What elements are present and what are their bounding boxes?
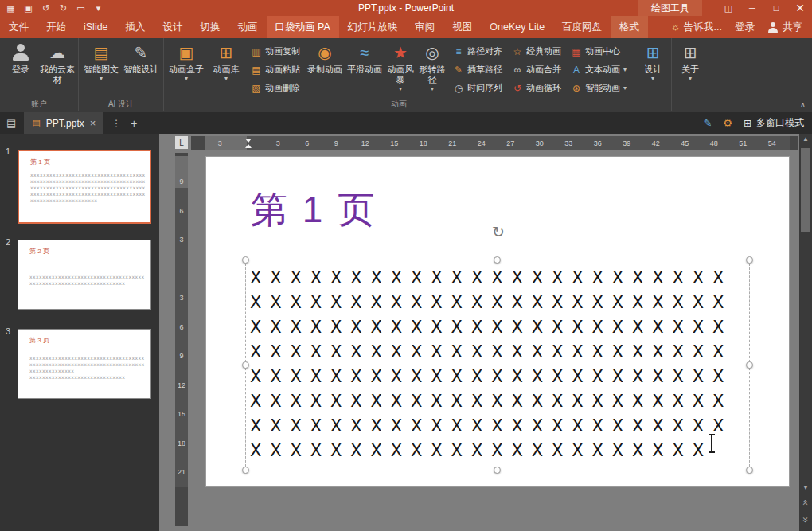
thumbnail-text-line: xxxxxxxxxxxxxxxxxxxxx: [30, 197, 145, 204]
maximize-button[interactable]: □: [764, 0, 788, 16]
animation-library-button[interactable]: ⊞ 动画库 ▾: [206, 40, 246, 82]
body-text-line: X X X X X X X X X X X X X X X X X X X X …: [250, 365, 726, 389]
tab-animations[interactable]: 动画: [229, 16, 267, 38]
close-button[interactable]: ✕: [788, 0, 812, 16]
resize-handle[interactable]: [242, 361, 249, 369]
delete-animation-button[interactable]: ▧ 动画删除: [248, 80, 303, 96]
tab-review[interactable]: 审阅: [406, 16, 443, 38]
merge-animation-button[interactable]: ∞ 动画合并: [509, 62, 564, 77]
thumbnail-title: 第 1 页: [30, 158, 50, 166]
resize-handle[interactable]: [746, 361, 753, 369]
resize-handle[interactable]: [242, 256, 249, 264]
paste-animation-icon: ▤: [251, 64, 262, 76]
tab-slideshow[interactable]: 幻灯片放映: [339, 16, 407, 38]
group-account: 登录 ☁ 我的云素材 账户: [0, 38, 79, 111]
resize-handle[interactable]: [746, 467, 753, 474]
sketch-path-button[interactable]: ✎ 插草路径: [450, 62, 506, 77]
delete-animation-label: 动画删除: [265, 82, 300, 94]
scroll-up-icon[interactable]: ▲: [799, 135, 812, 143]
slide-number: 3: [6, 326, 10, 336]
next-slide-button[interactable]: »: [799, 512, 812, 526]
selected-text-box[interactable]: X X X X X X X X X X X X X X X X X X X X …: [245, 260, 750, 470]
smart-text-button[interactable]: ▤ 智能图文 ▾: [81, 40, 121, 82]
share-button[interactable]: 共享: [767, 21, 802, 34]
ribbon-display-options-icon[interactable]: ◫: [716, 0, 740, 16]
dropdown-caret: ▾: [651, 75, 654, 82]
pages-icon[interactable]: ▤: [6, 117, 16, 129]
about-icon: ⊞: [684, 42, 697, 63]
ruler-number: 18: [175, 429, 188, 459]
cloud-materials-button[interactable]: ☁ 我的云素材: [39, 40, 76, 85]
slide-number: 1: [6, 146, 10, 156]
new-tab-icon[interactable]: +: [131, 117, 137, 130]
design-button[interactable]: ⊞ 设计 ▾: [637, 40, 669, 82]
ruler-number: 15: [380, 136, 409, 150]
ruler-origin-marker[interactable]: [245, 139, 252, 148]
previous-slide-button[interactable]: «: [799, 494, 812, 509]
tab-baidu-netdisk[interactable]: 百度网盘: [553, 16, 611, 38]
person-icon: [12, 44, 29, 61]
body-text-line: X X X X X X X X X X X X X X X X X X X X …: [250, 389, 726, 414]
slide-thumbnail-1[interactable]: 第 1 页 xxxxxxxxxxxxxxxxxxxxxxxxxxxxxxxxxx…: [18, 150, 151, 224]
close-tab-icon[interactable]: ×: [90, 117, 96, 129]
resize-handle[interactable]: [494, 467, 501, 474]
record-animation-button[interactable]: ◉ 录制动画: [305, 40, 345, 75]
tab-stop-selector[interactable]: L: [175, 136, 188, 149]
resize-handle[interactable]: [242, 467, 249, 474]
sign-in-button[interactable]: 登录: [735, 21, 755, 34]
body-text-line: X X X X X X X X X X X X X X X X X X X X …: [250, 315, 726, 340]
tab-transitions[interactable]: 切换: [192, 16, 229, 38]
smooth-animation-button[interactable]: ≈ 平滑动画: [345, 40, 385, 75]
login-button[interactable]: 登录: [2, 40, 39, 75]
tab-pocket-animation[interactable]: 口袋动画 PA: [267, 16, 339, 38]
cloud-materials-label: 我的云素材: [40, 64, 75, 85]
multi-window-mode-button[interactable]: ⊞ 多窗口模式: [744, 116, 804, 130]
loop-animation-button[interactable]: ↺ 动画循环: [509, 80, 564, 96]
slide-thumbnail-2[interactable]: 第 2 页 xxxxxxxxxxxxxxxxxxxxxxxxxxxxxxxxxx…: [18, 240, 151, 310]
body-text-line: X X X X X X X X X X X X X X X X X X X X …: [250, 340, 726, 365]
tab-file[interactable]: 文件: [0, 16, 37, 38]
resize-handle[interactable]: [746, 256, 753, 264]
resize-handle[interactable]: [494, 256, 501, 264]
paste-animation-button[interactable]: ▤ 动画粘贴: [248, 62, 303, 77]
copy-animation-button[interactable]: ▥ 动画复制: [248, 44, 303, 59]
smart-design-button[interactable]: ✎ 智能设计: [121, 40, 161, 75]
tab-home[interactable]: 开始: [37, 16, 75, 38]
slide-thumbnail-3[interactable]: 第 3 页 xxxxxxxxxxxxxxxxxxxxxxxxxxxxxxxxxx…: [18, 329, 151, 399]
time-sequence-button[interactable]: ◷ 时间序列: [450, 80, 506, 96]
path-align-button[interactable]: ≡ 路径对齐: [450, 44, 506, 59]
skin-icon[interactable]: ✎: [703, 117, 712, 129]
slide-title[interactable]: 第 1 页: [251, 187, 377, 232]
animation-center-button[interactable]: ▦ 动画中心: [568, 44, 630, 59]
minimize-button[interactable]: ─: [740, 0, 764, 16]
gear-icon[interactable]: ⚙: [723, 117, 732, 129]
about-button[interactable]: ⊞ 关于 ▾: [674, 40, 706, 82]
animation-box-button[interactable]: ▣ 动画盒子 ▾: [166, 40, 206, 82]
rotate-handle-icon[interactable]: ↻: [490, 224, 507, 241]
tab-view[interactable]: 视图: [443, 16, 481, 38]
dropdown-caret: ▾: [224, 75, 228, 82]
animation-storm-button[interactable]: ★ 动画风暴 ▾: [385, 40, 416, 92]
tab-format[interactable]: 格式: [611, 16, 648, 38]
ruler-number: 9: [175, 342, 188, 371]
tab-onekey-lite[interactable]: OneKey Lite: [481, 16, 553, 38]
tell-me-box[interactable]: ☼ 告诉我...: [671, 21, 722, 34]
shape-to-path-button[interactable]: ◎ 形转路径 ▾: [416, 40, 448, 92]
vertical-scrollbar[interactable]: ▲ ▼ « »: [799, 134, 812, 531]
classic-animation-button[interactable]: ☆ 经典动画: [509, 44, 564, 59]
text-animation-button[interactable]: A 文本动画 ▾: [568, 62, 630, 77]
tab-islide[interactable]: iSlide: [75, 16, 117, 38]
tab-design[interactable]: 设计: [154, 16, 192, 38]
document-tab-bar: ▤ ▤ PPT.pptx × ⋮ + ✎ ⚙ ⊞ 多窗口模式: [0, 112, 812, 134]
document-tab[interactable]: ▤ PPT.pptx ×: [24, 112, 103, 134]
collapse-ribbon-button[interactable]: ∧: [800, 100, 806, 109]
body-text-line: X X X X X X X X X X X X X X X X X X X X …: [250, 266, 726, 291]
smooth-animation-label: 平滑动画: [347, 64, 382, 75]
tab-more-icon[interactable]: ⋮: [111, 118, 121, 129]
scrollbar-thumb[interactable]: [801, 148, 810, 232]
slide-editing-surface[interactable]: 第 1 页 ↻ X X X X X X X X X X X X X X X X …: [205, 156, 790, 487]
smart-animation-button[interactable]: ⊛ 智能动画 ▾: [568, 80, 630, 96]
tab-insert[interactable]: 插入: [117, 16, 154, 38]
ruler-number: 21: [438, 136, 467, 150]
scroll-down-icon[interactable]: ▼: [799, 484, 812, 491]
